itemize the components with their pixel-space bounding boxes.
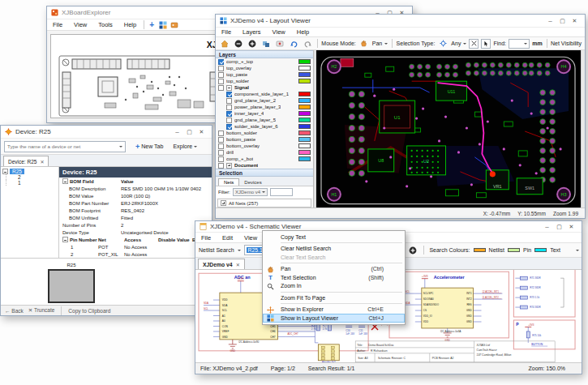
device-titlebar[interactable]: Device: R25: [1, 126, 212, 139]
menu-item-pan[interactable]: Pan(Ctrl): [263, 265, 405, 274]
layer-colour-swatch[interactable]: [298, 118, 311, 122]
layer-colour-swatch[interactable]: [298, 137, 311, 142]
menu-item-text-selection[interactable]: T Text Selection(Shift): [263, 273, 405, 282]
layer-row[interactable]: bottom_solder: [216, 130, 313, 136]
filter-combo[interactable]: XJDemo v4: [233, 188, 268, 196]
tree-node-pin2[interactable]: 2: [6, 174, 58, 180]
schematic-tab[interactable]: XJDemo v4 ✕: [198, 259, 245, 269]
layer-row[interactable]: top_overlay: [216, 65, 313, 71]
package-preview-pane[interactable]: R25: [1, 258, 212, 305]
pin-row[interactable]: 2 POT_XIL No Access: [59, 250, 212, 258]
cursor-select-button[interactable]: [481, 39, 491, 49]
expand-icon[interactable]: [221, 200, 226, 206]
tab-devices[interactable]: Devices: [239, 179, 266, 186]
menu-help[interactable]: Help: [291, 27, 315, 37]
close-icon[interactable]: ✕: [40, 159, 44, 165]
device-search-input[interactable]: [7, 143, 119, 149]
collapse-icon[interactable]: [62, 178, 68, 184]
minimize-button[interactable]: [171, 126, 183, 138]
bom-row[interactable]: BOM DescriptionRES SMD 100 OHM 1% 1/10W …: [59, 185, 212, 192]
close-button[interactable]: [569, 15, 581, 27]
pin-row[interactable]: 1 POT No Access: [59, 243, 212, 250]
device-tab[interactable]: Device: R25 ✕: [3, 156, 49, 166]
bom-header-row[interactable]: BOM FieldValue: [59, 178, 212, 185]
layout-titlebar[interactable]: XJDemo v4 - Layout Viewer: [216, 15, 585, 28]
layer-checkbox[interactable]: [218, 72, 224, 78]
menu-view[interactable]: View: [68, 19, 92, 30]
maximize-button[interactable]: [183, 126, 195, 138]
layer-checkbox[interactable]: [218, 79, 224, 84]
minimize-button[interactable]: [541, 220, 553, 233]
menu-item-show-in-layout-viewer[interactable]: Show in Layout ViewerCtrl+J: [263, 314, 405, 323]
tab-nets[interactable]: Nets: [218, 178, 239, 186]
layer-row[interactable]: bottom_overlay: [216, 143, 313, 149]
layer-checkbox[interactable]: [226, 124, 232, 130]
layer-row[interactable]: comp_+_bot: [216, 156, 313, 162]
layer-row[interactable]: drill: [216, 149, 313, 156]
layer-checkbox[interactable]: [226, 118, 232, 123]
layer-colour-swatch[interactable]: [298, 143, 311, 148]
clear-find-button[interactable]: [469, 39, 479, 49]
all-nets-row[interactable]: All Nets (257): [217, 199, 311, 207]
layer-checkbox[interactable]: [218, 163, 224, 169]
filter-input[interactable]: [270, 188, 293, 196]
layer-checkbox[interactable]: [226, 92, 232, 97]
redo-icon[interactable]: [302, 38, 313, 49]
bom-row[interactable]: BOM Part NumberERJ-2RKF1000X: [59, 199, 212, 207]
selection-type-value[interactable]: Any: [451, 41, 461, 46]
maximize-button[interactable]: [556, 15, 569, 27]
layout-grid-icon[interactable]: [157, 19, 169, 30]
layer-row[interactable]: top_solder: [216, 78, 313, 84]
layer-colour-swatch[interactable]: [298, 124, 311, 129]
layer-row[interactable]: top_paste: [216, 71, 313, 78]
tree-node-r25[interactable]: R25: [10, 169, 24, 174]
canvas-scrollbar[interactable]: [581, 50, 585, 207]
toolbar-overflow-icon[interactable]: [576, 250, 579, 253]
layer-colour-swatch[interactable]: [298, 111, 311, 116]
bom-row[interactable]: BOM Value100R (100 Ω): [59, 192, 212, 199]
find-input[interactable]: [511, 41, 524, 46]
layer-row[interactable]: gnd_plane_layer_5: [216, 117, 313, 123]
menu-edit[interactable]: Edit: [217, 233, 238, 243]
pcb-layout-canvas[interactable]: H2 H4 H1 H3 U1 U11 U2 U8 VR1 SW1: [316, 50, 581, 207]
menu-item-zoom-fit[interactable]: Zoom Fit To Page: [263, 293, 405, 302]
close-button[interactable]: [195, 126, 208, 138]
menu-item-copy-text[interactable]: Copy Text: [263, 233, 405, 242]
close-icon[interactable]: ✕: [236, 262, 240, 267]
layer-checkbox[interactable]: [218, 156, 224, 162]
layer-checkbox[interactable]: [226, 111, 232, 117]
layer-colour-swatch[interactable]: [298, 72, 311, 77]
layer-group-row[interactable]: Signal: [216, 84, 313, 91]
board-icon[interactable]: [169, 19, 180, 30]
jtag-chains-button[interactable]: JTAG Chains: [207, 143, 208, 150]
zoom-out-icon[interactable]: [233, 38, 244, 49]
menu-tools[interactable]: Tools: [92, 19, 118, 30]
undo-icon[interactable]: [288, 38, 299, 49]
menu-file[interactable]: File: [216, 27, 237, 37]
expand-icon[interactable]: [226, 163, 232, 169]
layer-colour-swatch[interactable]: [298, 98, 311, 103]
layer-checkbox[interactable]: [218, 137, 224, 143]
menu-help[interactable]: Help: [118, 19, 142, 30]
layer-colour-swatch[interactable]: [298, 105, 311, 109]
home-icon[interactable]: [219, 38, 230, 49]
tree-node-pin1[interactable]: 1: [6, 180, 58, 186]
layer-row[interactable]: component_side_layer_1: [216, 91, 313, 97]
close-button[interactable]: [565, 220, 577, 233]
mouse-mode-value[interactable]: Pan: [372, 41, 382, 46]
maximize-button[interactable]: [553, 220, 565, 233]
menu-item-clear-netlist-search[interactable]: Clear Netlist Search: [263, 245, 405, 254]
chevron-down-icon[interactable]: [238, 250, 241, 253]
layer-row[interactable]: power_plane_layer_3: [216, 104, 313, 110]
truncate-button[interactable]: ✕ Truncate: [28, 307, 55, 314]
tree-expander-icon[interactable]: [2, 169, 8, 174]
probe-point-marker[interactable]: [490, 171, 496, 177]
layer-colour-swatch[interactable]: [298, 156, 311, 161]
explore-button[interactable]: Explore: [173, 143, 197, 149]
layer-row[interactable]: solder_side_layer_6: [216, 123, 313, 130]
layer-checkbox[interactable]: [218, 59, 224, 65]
layer-colour-swatch[interactable]: [298, 66, 311, 71]
layer-colour-swatch[interactable]: [298, 59, 311, 64]
layer-row[interactable]: gnd_plane_layer_2: [216, 97, 313, 104]
pin-header-row[interactable]: Pin Number Net Access Disable Value Buss…: [59, 236, 212, 243]
